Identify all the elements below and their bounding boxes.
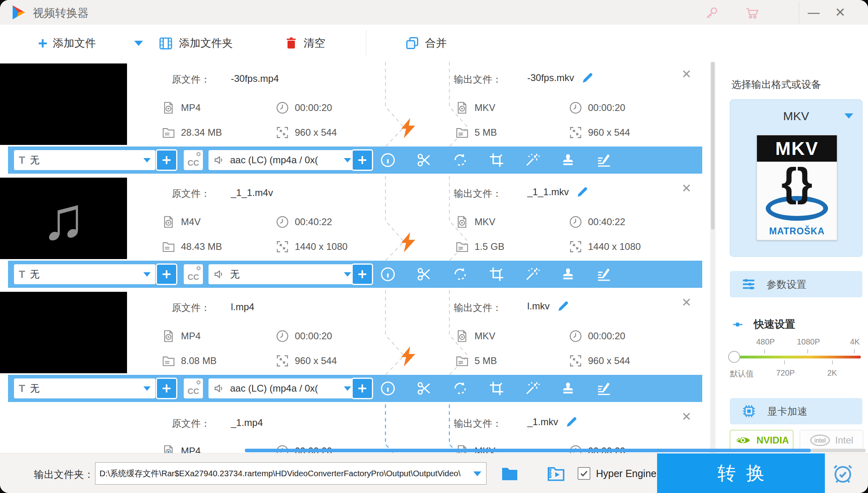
slider-label-720p: 720P	[776, 368, 795, 378]
add-audio-button[interactable]	[352, 149, 373, 171]
crop-icon[interactable]	[489, 266, 505, 282]
rename-pencil-icon[interactable]	[576, 186, 589, 198]
audio-track-select[interactable]: aac (LC) (mp4a / 0x(	[209, 150, 356, 170]
minimize-button[interactable]	[808, 13, 820, 14]
rotate-icon[interactable]	[452, 380, 468, 396]
video-thumbnail[interactable]	[0, 63, 127, 145]
intel-gpu-button[interactable]: Intel	[800, 430, 863, 451]
source-resolution: 960 x 544	[276, 126, 337, 139]
nvidia-gpu-button[interactable]: NVIDIA	[730, 430, 793, 451]
cc-subtitle-button[interactable]: CC	[184, 378, 203, 398]
open-output-folder-icon[interactable]	[546, 464, 566, 483]
add-audio-button[interactable]	[352, 263, 373, 285]
resolution-icon	[276, 354, 289, 368]
watermark-stamp-icon[interactable]	[560, 152, 576, 168]
app-title: 视频转换器	[33, 6, 89, 21]
parameter-settings-button[interactable]: 参数设置	[730, 271, 862, 297]
remove-file-button[interactable]: ✕	[681, 68, 691, 80]
add-subtitle-button[interactable]	[156, 378, 177, 399]
watermark-stamp-icon[interactable]	[560, 380, 576, 396]
crop-icon[interactable]	[489, 152, 505, 168]
info-icon[interactable]	[380, 152, 396, 168]
shop-cart-icon[interactable]	[744, 6, 760, 20]
remove-file-button[interactable]: ✕	[681, 182, 691, 194]
edit-icon[interactable]	[596, 380, 612, 396]
edit-icon[interactable]	[596, 266, 612, 282]
trim-scissors-icon[interactable]	[416, 266, 432, 282]
output-format-sidebar: 选择输出格式或设备 MKV MKV {} MATROŠKA 参数设置 快速设置 …	[715, 62, 868, 453]
source-duration: 00:40:22	[276, 215, 332, 229]
crop-icon[interactable]	[489, 380, 505, 396]
edit-icon[interactable]	[596, 152, 612, 168]
slider-label-4k: 4K	[850, 337, 860, 346]
slider-track[interactable]	[733, 356, 861, 358]
rename-pencil-icon[interactable]	[565, 416, 578, 428]
info-icon[interactable]	[380, 266, 396, 282]
source-format: M4V	[162, 215, 201, 229]
add-folder-button[interactable]: 添加文件夹	[158, 34, 233, 53]
audio-thumbnail[interactable]: ♫	[0, 178, 127, 259]
add-file-dropdown-caret[interactable]	[134, 34, 143, 53]
add-subtitle-button[interactable]	[156, 263, 177, 285]
browse-folder-icon[interactable]	[500, 464, 519, 483]
plus-icon	[161, 269, 172, 279]
clock-icon	[276, 101, 289, 115]
resolution-icon	[276, 126, 289, 139]
slider-label-2k: 2K	[827, 368, 837, 378]
chevron-down-icon[interactable]	[473, 471, 481, 476]
effects-wand-icon[interactable]	[524, 380, 540, 396]
register-key-icon[interactable]	[704, 6, 720, 20]
rename-pencil-icon[interactable]	[581, 71, 594, 84]
output-resolution: 1440 x 1080	[569, 240, 641, 253]
hyper-engine-checkbox[interactable]	[578, 467, 590, 480]
format-dropdown[interactable]: MKV MKV {} MATROŠKA	[730, 99, 862, 257]
horizontal-scrollbar-track[interactable]	[811, 449, 866, 452]
trim-scissors-icon[interactable]	[416, 152, 432, 168]
schedule-alarm-icon[interactable]	[832, 461, 854, 485]
source-filename: l.mp4	[231, 301, 254, 313]
rotate-icon[interactable]	[452, 152, 468, 168]
file-list: 原文件： -30fps.mp4 MP4 00:00:20 28.34 MB 96…	[0, 62, 710, 453]
remove-file-button[interactable]: ✕	[681, 411, 691, 423]
scrollbar-thumb[interactable]	[711, 62, 715, 230]
horizontal-scrollbar-thumb[interactable]	[245, 449, 811, 452]
subtitle-select[interactable]: T 无	[14, 378, 155, 398]
audio-track-select[interactable]: aac (LC) (mp4a / 0x(	[209, 378, 356, 398]
sliders-icon	[741, 277, 756, 292]
info-icon[interactable]	[380, 380, 396, 396]
output-format: MKV	[455, 101, 495, 115]
subtitle-select[interactable]: T 无	[14, 264, 155, 284]
remove-file-button[interactable]: ✕	[681, 297, 691, 309]
cc-subtitle-button[interactable]: CC	[184, 264, 203, 284]
plus-icon	[161, 155, 172, 165]
cc-subtitle-button[interactable]: CC	[184, 150, 203, 170]
close-button[interactable]: ✕	[835, 5, 846, 20]
rotate-icon[interactable]	[452, 266, 468, 282]
effects-wand-icon[interactable]	[524, 152, 540, 168]
effects-wand-icon[interactable]	[524, 266, 540, 282]
add-file-button[interactable]: + 添加文件	[38, 34, 96, 53]
clock-icon	[276, 329, 289, 343]
hyper-engine-label: Hyper Engine	[596, 468, 656, 479]
trim-scissors-icon[interactable]	[416, 380, 432, 396]
output-path-input[interactable]: D:\系统缓存文件\Rar$EXa27940.23734.rartemp\HDV…	[95, 462, 487, 485]
subtitle-select[interactable]: T 无	[14, 150, 155, 170]
gpu-acceleration-button[interactable]: 显卡加速	[730, 398, 862, 424]
convert-button[interactable]: 转换	[657, 453, 825, 493]
rename-pencil-icon[interactable]	[557, 300, 570, 313]
source-format: MP4	[162, 444, 201, 453]
mkv-format-logo: MKV {} MATROŠKA	[757, 135, 837, 240]
add-subtitle-button[interactable]	[156, 149, 177, 171]
slider-handle[interactable]	[728, 351, 740, 363]
watermark-stamp-icon[interactable]	[560, 266, 576, 282]
resolution-icon	[569, 354, 582, 368]
vertical-scrollbar[interactable]	[710, 62, 715, 453]
app-window: 视频转换器 ✕ + 添加文件 添加文件夹 清空 合并	[0, 0, 868, 493]
add-audio-button[interactable]	[352, 378, 373, 399]
merge-button[interactable]: 合并	[405, 34, 447, 53]
video-file-icon	[162, 329, 175, 343]
video-thumbnail[interactable]	[0, 292, 127, 373]
clear-button[interactable]: 清空	[284, 34, 325, 53]
source-filename: _1.mp4	[231, 417, 263, 428]
audio-track-select[interactable]: 无	[209, 264, 356, 284]
